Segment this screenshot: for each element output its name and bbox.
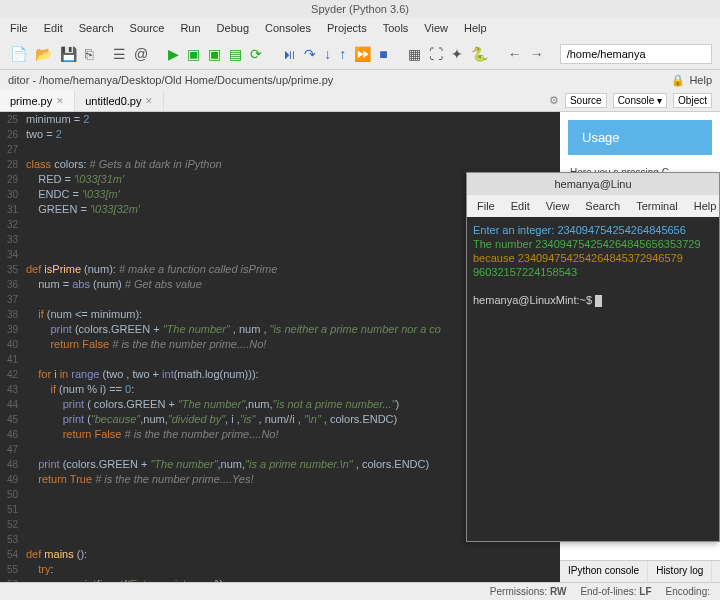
tab-untitled[interactable]: untitled0.py✕ <box>75 90 164 111</box>
menu-view[interactable]: View <box>424 22 448 34</box>
step-out-icon[interactable]: ↑ <box>339 45 346 63</box>
terminal-title: hemanya@Linu <box>467 173 719 195</box>
menu-consoles[interactable]: Consoles <box>265 22 311 34</box>
status-bar: Permissions: RW End-of-lines: LF Encodin… <box>0 582 720 600</box>
new-file-icon[interactable]: 📄 <box>10 45 27 63</box>
help-label: Help <box>689 74 712 86</box>
menu-help[interactable]: Help <box>464 22 487 34</box>
menu-file[interactable]: File <box>10 22 28 34</box>
term-menu-terminal[interactable]: Terminal <box>636 200 678 212</box>
maximize-icon[interactable]: ⛶ <box>429 45 443 63</box>
tab-bar: prime.py✕ untitled0.py✕ ⚙ Source Console… <box>0 90 720 112</box>
grid-icon[interactable]: ▦ <box>408 45 421 63</box>
menu-search[interactable]: Search <box>79 22 114 34</box>
terminal-window[interactable]: hemanya@Linu FileEditViewSearchTerminalH… <box>466 172 720 542</box>
step-icon[interactable]: ↷ <box>304 45 316 63</box>
bottom-tabs: IPython console History log <box>560 560 720 582</box>
term-menu-view[interactable]: View <box>546 200 570 212</box>
save-all-icon[interactable]: ⎘ <box>85 45 93 63</box>
step-into-icon[interactable]: ↓ <box>324 45 331 63</box>
open-icon[interactable]: 📂 <box>35 45 52 63</box>
run-icon[interactable]: ▶ <box>168 45 179 63</box>
back-icon[interactable]: ← <box>508 45 522 63</box>
menu-tools[interactable]: Tools <box>383 22 409 34</box>
term-menu-edit[interactable]: Edit <box>511 200 530 212</box>
menu-run[interactable]: Run <box>180 22 200 34</box>
continue-icon[interactable]: ⏩ <box>354 45 371 63</box>
debug-icon[interactable]: ⏯ <box>282 45 296 63</box>
sub-bar: ditor - /home/hemanya/Desktop/Old Home/D… <box>0 70 720 90</box>
run-cell-advance-icon[interactable]: ▣ <box>208 45 221 63</box>
python-icon[interactable]: 🐍 <box>471 45 488 63</box>
object-button[interactable]: Object <box>673 93 712 108</box>
menu-debug[interactable]: Debug <box>217 22 249 34</box>
tab-prime[interactable]: prime.py✕ <box>0 90 75 111</box>
close-icon[interactable]: ✕ <box>56 96 64 106</box>
menu-projects[interactable]: Projects <box>327 22 367 34</box>
run-selection-icon[interactable]: ▤ <box>229 45 242 63</box>
terminal-output[interactable]: Enter an integer: 234094754254264845656 … <box>467 217 719 313</box>
editor-path: ditor - /home/hemanya/Desktop/Old Home/D… <box>0 74 663 86</box>
at-icon[interactable]: @ <box>134 45 148 63</box>
source-button[interactable]: Source <box>565 93 607 108</box>
menu-source[interactable]: Source <box>130 22 165 34</box>
term-menu-file[interactable]: File <box>477 200 495 212</box>
save-icon[interactable]: 💾 <box>60 45 77 63</box>
menubar: FileEditSearchSourceRunDebugConsolesProj… <box>0 18 720 38</box>
list-icon[interactable]: ☰ <box>113 45 126 63</box>
ipython-tab[interactable]: IPython console <box>560 561 648 582</box>
working-dir-input[interactable] <box>560 44 712 64</box>
settings-icon[interactable]: ✦ <box>451 45 463 63</box>
forward-icon[interactable]: → <box>530 45 544 63</box>
stop-debug-icon[interactable]: ■ <box>379 45 387 63</box>
terminal-menubar: FileEditViewSearchTerminalHelp <box>467 195 719 217</box>
term-menu-search[interactable]: Search <box>585 200 620 212</box>
history-tab[interactable]: History log <box>648 561 712 582</box>
menu-edit[interactable]: Edit <box>44 22 63 34</box>
console-select[interactable]: Console ▾ <box>613 93 667 108</box>
lock-icon[interactable]: 🔒 <box>671 74 685 87</box>
rerun-icon[interactable]: ⟳ <box>250 45 262 63</box>
window-title: Spyder (Python 3.6) <box>0 0 720 18</box>
run-cell-icon[interactable]: ▣ <box>187 45 200 63</box>
toolbar: 📄 📂 💾 ⎘ ☰ @ ▶ ▣ ▣ ▤ ⟳ ⏯ ↷ ↓ ↑ ⏩ ■ ▦ ⛶ ✦ … <box>0 38 720 70</box>
term-menu-help[interactable]: Help <box>694 200 717 212</box>
usage-header: Usage <box>568 120 712 155</box>
close-icon[interactable]: ✕ <box>145 96 153 106</box>
gear-icon[interactable]: ⚙ <box>549 94 559 107</box>
